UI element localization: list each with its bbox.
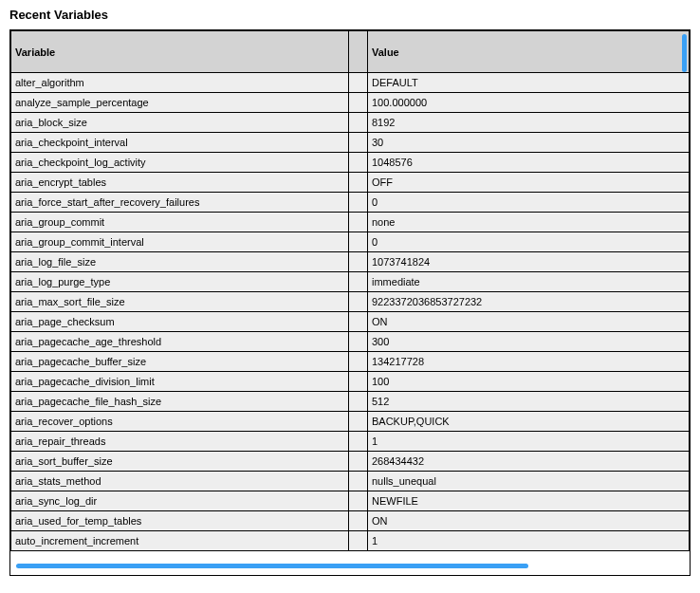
col-header-value[interactable]: Value [368,31,690,73]
cell-value: 300 [368,332,690,352]
cell-value: nulls_unequal [368,472,690,491]
horizontal-scrollbar-thumb[interactable] [16,564,528,568]
table-row[interactable]: aria_pagecache_age_threshold300 [11,332,690,352]
cell-variable: aria_checkpoint_interval [11,133,349,153]
cell-variable: alter_algorithm [11,73,349,93]
cell-value: 100.000000 [368,93,690,113]
table-row[interactable]: analyze_sample_percentage100.000000 [11,93,690,113]
cell-spacer [349,392,368,412]
cell-value: 9223372036853727232 [368,292,690,312]
cell-variable: aria_stats_method [11,472,349,491]
col-header-variable[interactable]: Variable [11,31,349,73]
col-header-spacer [349,31,368,73]
cell-spacer [349,213,368,232]
table-row[interactable]: aria_force_start_after_recovery_failures… [11,193,690,213]
cell-spacer [349,272,368,292]
cell-value: 1 [368,531,690,551]
cell-spacer [349,472,368,491]
table-row[interactable]: aria_max_sort_file_size92233720368537272… [11,292,690,312]
cell-variable: aria_sort_buffer_size [11,452,349,472]
cell-value: 1 [368,432,690,452]
table-row[interactable]: aria_pagecache_file_hash_size512 [11,392,690,412]
table-row[interactable]: aria_checkpoint_interval30 [11,133,690,153]
cell-value: 0 [368,193,690,213]
cell-spacer [349,232,368,252]
table-row[interactable]: aria_log_purge_typeimmediate [11,272,690,292]
cell-value: BACKUP,QUICK [368,412,690,432]
cell-value: 1073741824 [368,252,690,272]
cell-variable: aria_sync_log_dir [11,491,349,511]
cell-value: 30 [368,133,690,153]
cell-spacer [349,491,368,511]
cell-spacer [349,153,368,173]
table-row[interactable]: aria_sort_buffer_size268434432 [11,452,690,472]
cell-spacer [349,372,368,392]
cell-value: 512 [368,392,690,412]
cell-variable: aria_checkpoint_log_activity [11,153,349,173]
cell-variable: aria_repair_threads [11,432,349,452]
table-row[interactable]: aria_used_for_temp_tablesON [11,511,690,531]
table-row[interactable]: aria_encrypt_tablesOFF [11,173,690,193]
cell-spacer [349,193,368,213]
cell-spacer [349,93,368,113]
table-row[interactable]: aria_stats_methodnulls_unequal [11,472,690,491]
table-row[interactable]: aria_repair_threads1 [11,432,690,452]
table-row[interactable]: aria_page_checksumON [11,312,690,332]
cell-spacer [349,332,368,352]
cell-value: 100 [368,372,690,392]
cell-spacer [349,133,368,153]
cell-variable: analyze_sample_percentage [11,93,349,113]
cell-spacer [349,531,368,551]
cell-variable: aria_group_commit [11,213,349,232]
cell-value: none [368,213,690,232]
cell-value: ON [368,511,690,531]
cell-spacer [349,173,368,193]
table-row[interactable]: aria_sync_log_dirNEWFILE [11,491,690,511]
cell-spacer [349,511,368,531]
table-scroll-region[interactable]: Variable Value alter_algorithmDEFAULTana… [10,30,690,575]
cell-variable: aria_force_start_after_recovery_failures [11,193,349,213]
table-row[interactable]: aria_pagecache_division_limit100 [11,372,690,392]
table-row[interactable]: aria_log_file_size1073741824 [11,252,690,272]
table-row[interactable]: auto_increment_increment1 [11,531,690,551]
variables-table-container: Variable Value alter_algorithmDEFAULTana… [9,29,691,576]
cell-variable: aria_block_size [11,113,349,133]
cell-variable: aria_recover_options [11,412,349,432]
cell-variable: aria_group_commit_interval [11,232,349,252]
cell-spacer [349,352,368,372]
cell-spacer [349,292,368,312]
cell-value: NEWFILE [368,491,690,511]
cell-value: 8192 [368,113,690,133]
cell-variable: aria_max_sort_file_size [11,292,349,312]
horizontal-scrollbar[interactable] [16,564,684,571]
cell-value: 134217728 [368,352,690,372]
cell-spacer [349,412,368,432]
cell-spacer [349,452,368,472]
cell-variable: aria_page_checksum [11,312,349,332]
table-row[interactable]: aria_group_commitnone [11,213,690,232]
table-row[interactable]: aria_group_commit_interval0 [11,232,690,252]
table-row[interactable]: alter_algorithmDEFAULT [11,73,690,93]
table-row[interactable]: aria_block_size8192 [11,113,690,133]
cell-value: 268434432 [368,452,690,472]
cell-variable: auto_increment_increment [11,531,349,551]
page-title: Recent Variables [9,8,691,22]
cell-value: immediate [368,272,690,292]
table-row[interactable]: aria_recover_optionsBACKUP,QUICK [11,412,690,432]
cell-variable: aria_log_file_size [11,252,349,272]
cell-spacer [349,432,368,452]
cell-value: DEFAULT [368,73,690,93]
cell-value: 0 [368,232,690,252]
table-row[interactable]: aria_pagecache_buffer_size134217728 [11,352,690,372]
cell-spacer [349,252,368,272]
cell-variable: aria_pagecache_file_hash_size [11,392,349,412]
cell-variable: aria_encrypt_tables [11,173,349,193]
cell-variable: aria_log_purge_type [11,272,349,292]
table-row[interactable]: aria_checkpoint_log_activity1048576 [11,153,690,173]
cell-variable: aria_used_for_temp_tables [11,511,349,531]
variables-table: Variable Value alter_algorithmDEFAULTana… [10,30,690,551]
cell-variable: aria_pagecache_division_limit [11,372,349,392]
cell-spacer [349,73,368,93]
cell-value: OFF [368,173,690,193]
cell-spacer [349,312,368,332]
